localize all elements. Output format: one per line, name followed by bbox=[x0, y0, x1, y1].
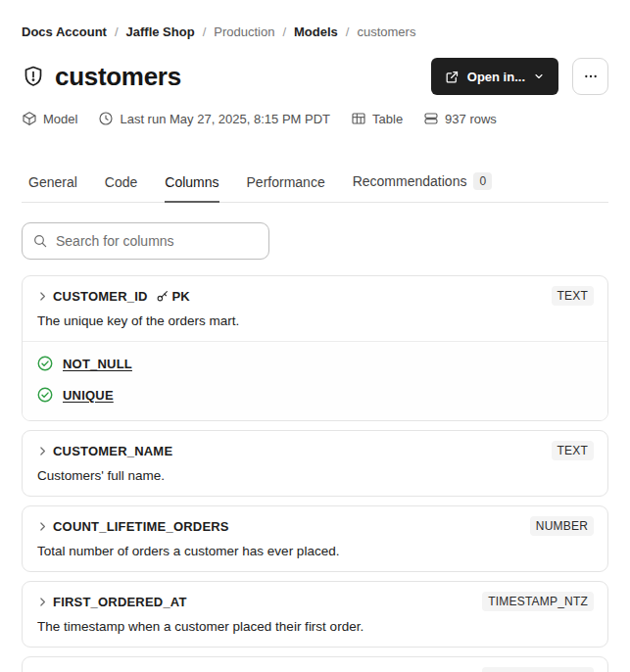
test-link[interactable]: NOT_NULL bbox=[63, 357, 132, 371]
breadcrumb-jaffle-shop[interactable]: Jaffle Shop bbox=[126, 24, 195, 39]
breadcrumb-production: Production bbox=[214, 24, 274, 39]
column-header[interactable]: CUSTOMER_ID PK TEXT The unique key of th… bbox=[23, 276, 607, 341]
chevron-right-icon bbox=[36, 596, 49, 608]
table-icon bbox=[351, 111, 366, 126]
tab-bar: General Code Columns Performance Recomme… bbox=[22, 172, 608, 203]
breadcrumb-separator: / bbox=[346, 24, 350, 39]
tab-performance[interactable]: Performance bbox=[247, 174, 325, 203]
more-actions-button[interactable] bbox=[572, 58, 608, 95]
column-list: CUSTOMER_ID PK TEXT The unique key of th… bbox=[22, 275, 608, 672]
database-icon bbox=[423, 111, 439, 126]
chevron-right-icon bbox=[36, 520, 49, 533]
recommendations-count-badge: 0 bbox=[473, 172, 492, 190]
column-type-badge: TIMESTAMP_NTZ bbox=[482, 667, 594, 672]
page-header: customers Open in... bbox=[22, 58, 608, 95]
meta-materialization-label: Table bbox=[372, 112, 403, 126]
meta-resource-type-label: Model bbox=[43, 112, 77, 126]
clock-icon bbox=[98, 111, 114, 126]
tab-code[interactable]: Code bbox=[105, 174, 137, 203]
column-type-badge: TEXT bbox=[552, 441, 594, 460]
column-name: CUSTOMER_NAME bbox=[53, 444, 172, 458]
cube-icon bbox=[22, 111, 37, 126]
column-card-last-ordered-at: LAST_ORDERED_AT TIMESTAMP_NTZ The timest… bbox=[22, 656, 608, 672]
test-link[interactable]: UNIQUE bbox=[63, 388, 114, 403]
column-card-count-lifetime-orders: COUNT_LIFETIME_ORDERS NUMBER Total numbe… bbox=[22, 505, 608, 572]
column-type-badge: TIMESTAMP_NTZ bbox=[482, 592, 594, 611]
check-circle-icon bbox=[36, 386, 54, 404]
tab-general[interactable]: General bbox=[28, 174, 77, 203]
page-title: customers bbox=[55, 62, 181, 92]
column-card-customer-name: CUSTOMER_NAME TEXT Customers' full name. bbox=[22, 430, 608, 497]
meta-materialization: Table bbox=[351, 111, 403, 126]
external-link-icon bbox=[445, 70, 460, 84]
meta-row: Model Last run May 27, 2025, 8:15 PM PDT… bbox=[22, 111, 608, 126]
tab-recommendations-label: Recommendations bbox=[353, 173, 467, 189]
meta-resource-type: Model bbox=[22, 111, 77, 126]
tab-performance-label: Performance bbox=[247, 174, 325, 190]
ellipsis-icon bbox=[583, 69, 599, 84]
test-row-unique[interactable]: UNIQUE bbox=[36, 379, 594, 410]
column-description: The unique key of the orders mart. bbox=[36, 313, 594, 328]
column-search bbox=[22, 222, 269, 260]
tab-recommendations[interactable]: Recommendations 0 bbox=[353, 172, 492, 203]
column-header[interactable]: COUNT_LIFETIME_ORDERS NUMBER Total numbe… bbox=[23, 506, 607, 571]
breadcrumb-models[interactable]: Models bbox=[294, 24, 338, 39]
column-name: COUNT_LIFETIME_ORDERS bbox=[53, 519, 229, 534]
column-header[interactable]: FIRST_ORDERED_AT TIMESTAMP_NTZ The times… bbox=[23, 582, 607, 647]
column-header[interactable]: CUSTOMER_NAME TEXT Customers' full name. bbox=[23, 431, 607, 496]
breadcrumb: Docs Account / Jaffle Shop / Production … bbox=[22, 24, 608, 39]
breadcrumb-separator: / bbox=[115, 24, 119, 39]
test-row-not-null[interactable]: NOT_NULL bbox=[36, 348, 594, 379]
shield-alert-icon bbox=[22, 65, 45, 88]
header-actions: Open in... bbox=[431, 58, 608, 95]
tab-code-label: Code bbox=[105, 174, 137, 190]
chevron-right-icon bbox=[36, 290, 49, 303]
chevron-right-icon bbox=[36, 445, 49, 457]
meta-last-run: Last run May 27, 2025, 8:15 PM PDT bbox=[98, 111, 330, 126]
title-wrap: customers bbox=[22, 62, 431, 92]
column-type-badge: TEXT bbox=[552, 286, 594, 306]
meta-row-count: 937 rows bbox=[423, 111, 497, 126]
open-in-label: Open in... bbox=[467, 70, 525, 84]
model-detail-page: Docs Account / Jaffle Shop / Production … bbox=[0, 24, 630, 672]
tab-general-label: General bbox=[28, 174, 77, 190]
chevron-down-icon bbox=[533, 71, 545, 82]
pk-label: PK bbox=[172, 289, 190, 304]
search-input[interactable] bbox=[56, 233, 259, 249]
primary-key-indicator: PK bbox=[156, 289, 190, 304]
column-tests: NOT_NULL UNIQUE bbox=[23, 341, 607, 420]
check-circle-icon bbox=[36, 355, 54, 372]
open-in-button[interactable]: Open in... bbox=[431, 58, 558, 95]
column-description: Customers' full name. bbox=[36, 468, 594, 483]
column-description: The timestamp when a customer placed the… bbox=[36, 619, 594, 634]
column-header[interactable]: LAST_ORDERED_AT TIMESTAMP_NTZ The timest… bbox=[23, 657, 607, 672]
tab-columns[interactable]: Columns bbox=[165, 174, 218, 203]
breadcrumb-customers: customers bbox=[357, 24, 415, 39]
meta-row-count-label: 937 rows bbox=[445, 112, 497, 126]
column-card-customer-id: CUSTOMER_ID PK TEXT The unique key of th… bbox=[22, 275, 608, 421]
column-name: FIRST_ORDERED_AT bbox=[53, 595, 187, 609]
column-name: CUSTOMER_ID bbox=[53, 289, 148, 304]
search-icon bbox=[32, 233, 48, 249]
column-type-badge: NUMBER bbox=[530, 516, 594, 536]
breadcrumb-docs-account[interactable]: Docs Account bbox=[22, 24, 107, 39]
tab-columns-label: Columns bbox=[165, 174, 218, 190]
column-description: Total number of orders a customer has ev… bbox=[36, 544, 594, 558]
meta-last-run-label: Last run May 27, 2025, 8:15 PM PDT bbox=[120, 112, 330, 126]
key-icon bbox=[156, 289, 170, 303]
breadcrumb-separator: / bbox=[282, 24, 286, 39]
column-card-first-ordered-at: FIRST_ORDERED_AT TIMESTAMP_NTZ The times… bbox=[22, 581, 608, 648]
breadcrumb-separator: / bbox=[203, 24, 207, 39]
